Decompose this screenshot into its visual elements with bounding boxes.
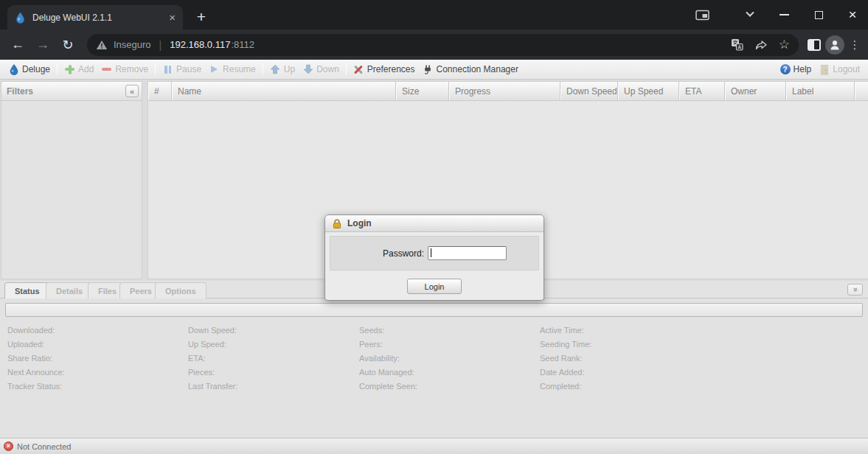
column-header-eta[interactable]: ETA bbox=[679, 82, 725, 100]
torrent-progress-bar bbox=[5, 303, 863, 317]
resume-button[interactable]: Resume bbox=[205, 61, 260, 77]
maximize-button[interactable] bbox=[808, 0, 829, 29]
label-seeding-time: Seeding Time: bbox=[540, 338, 591, 352]
share-icon[interactable] bbox=[754, 39, 768, 50]
preferences-button[interactable]: Preferences bbox=[350, 61, 419, 77]
column-header-name[interactable]: Name bbox=[172, 82, 396, 100]
label-date-added: Date Added: bbox=[540, 366, 591, 380]
not-connected-icon: × bbox=[4, 441, 13, 451]
address-bar[interactable]: Inseguro | 192.168.0.117 :8112 ☆ bbox=[87, 34, 799, 56]
toolbar-separator bbox=[263, 63, 263, 75]
collapse-filters-button[interactable]: « bbox=[125, 85, 139, 97]
plug-icon bbox=[423, 64, 434, 75]
address-port: :8112 bbox=[231, 39, 254, 50]
label-auto-managed: Auto Managed: bbox=[359, 366, 417, 380]
column-header-filler bbox=[855, 82, 868, 100]
browser-menu-icon[interactable]: ⋮ bbox=[849, 38, 861, 52]
window-close-button[interactable]: × bbox=[842, 0, 863, 29]
deluge-logo-icon bbox=[8, 64, 19, 75]
label-down-speed: Down Speed: bbox=[188, 324, 237, 338]
label-availability: Availability: bbox=[359, 352, 417, 366]
label-eta: ETA: bbox=[188, 352, 237, 366]
filters-header: Filters « bbox=[1, 82, 142, 101]
browser-tab[interactable]: Deluge WebUI 2.1.1 × bbox=[7, 5, 183, 29]
forward-button[interactable]: → bbox=[32, 35, 53, 55]
tab-preview-icon[interactable] bbox=[692, 0, 714, 29]
tab-details[interactable]: Details bbox=[46, 282, 93, 298]
label-tracker-status: Tracker Status: bbox=[7, 380, 65, 394]
help-icon: ? bbox=[780, 64, 791, 74]
bookmark-star-icon[interactable]: ☆ bbox=[779, 37, 790, 52]
tab-status[interactable]: Status bbox=[4, 282, 50, 298]
security-label: Inseguro bbox=[114, 39, 151, 50]
column-header-up-speed[interactable]: Up Speed bbox=[618, 82, 679, 100]
preferences-icon bbox=[353, 64, 364, 75]
label-completed: Completed: bbox=[540, 380, 591, 394]
status-labels-col3: Seeds: Peers: Availability: Auto Managed… bbox=[359, 324, 417, 394]
tab-options[interactable]: Options bbox=[155, 282, 206, 298]
label-pieces: Pieces: bbox=[188, 366, 237, 380]
label-peers: Peers: bbox=[359, 338, 417, 352]
column-header-progress[interactable]: Progress bbox=[449, 82, 560, 100]
column-header-label[interactable]: Label bbox=[786, 82, 855, 100]
remove-torrent-button[interactable]: Remove bbox=[97, 61, 152, 77]
label-active-time: Active Time: bbox=[540, 324, 591, 338]
text-caret bbox=[431, 248, 431, 257]
lock-icon bbox=[332, 218, 342, 229]
password-input[interactable] bbox=[428, 246, 507, 260]
login-button[interactable]: Login bbox=[407, 279, 462, 294]
status-labels-col1: Downloaded: Uploaded: Share Ratio: Next … bbox=[7, 324, 65, 394]
label-uploaded: Uploaded: bbox=[7, 338, 65, 352]
add-icon bbox=[64, 64, 75, 75]
add-torrent-button[interactable]: Add bbox=[60, 61, 97, 77]
login-dialog-title: Login bbox=[347, 218, 372, 228]
down-arrow-icon bbox=[302, 64, 313, 75]
queue-up-button[interactable]: Up bbox=[266, 61, 299, 77]
browser-toolbar: ← → ↻ Inseguro | 192.168.0.117 :8112 ☆ ⋮ bbox=[0, 29, 868, 60]
login-dialog-titlebar[interactable]: Login bbox=[325, 215, 544, 232]
minimize-button[interactable] bbox=[774, 0, 794, 29]
browser-tab-strip: Deluge WebUI 2.1.1 × + × bbox=[0, 0, 868, 29]
translate-icon[interactable] bbox=[731, 38, 743, 51]
tab-close-icon[interactable]: × bbox=[169, 12, 176, 23]
resume-icon bbox=[209, 64, 220, 75]
detail-panel: Status Details Files Peers Options « Dow… bbox=[0, 281, 868, 438]
password-label: Password: bbox=[383, 248, 424, 259]
connection-manager-button[interactable]: Connection Manager bbox=[419, 61, 522, 77]
connection-status-bar: × Not Connected bbox=[0, 438, 868, 454]
connection-status-text[interactable]: Not Connected bbox=[17, 442, 71, 451]
label-seeds: Seeds: bbox=[359, 324, 417, 338]
back-button[interactable]: ← bbox=[7, 35, 28, 55]
login-form: Password: bbox=[330, 236, 539, 270]
help-button[interactable]: ? Help bbox=[777, 61, 816, 77]
insecure-warning-icon bbox=[96, 40, 108, 50]
up-arrow-icon bbox=[270, 64, 281, 75]
label-share-ratio: Share Ratio: bbox=[7, 352, 65, 366]
address-divider: | bbox=[157, 39, 164, 51]
reload-button[interactable]: ↻ bbox=[58, 35, 78, 55]
column-header-size[interactable]: Size bbox=[396, 82, 449, 100]
remove-icon bbox=[101, 64, 112, 75]
label-last-transfer: Last Transfer: bbox=[188, 380, 237, 394]
status-labels-col4: Active Time: Seeding Time: Seed Rank: Da… bbox=[540, 324, 591, 394]
deluge-favicon-icon bbox=[15, 12, 26, 24]
tab-search-chevron-icon[interactable] bbox=[740, 0, 760, 29]
label-seed-rank: Seed Rank: bbox=[540, 352, 591, 366]
side-panel-icon[interactable] bbox=[808, 39, 821, 51]
profile-avatar[interactable] bbox=[825, 35, 844, 55]
collapse-panel-button[interactable]: « bbox=[847, 284, 863, 296]
column-header-owner[interactable]: Owner bbox=[725, 82, 786, 100]
column-header-number[interactable]: # bbox=[148, 82, 172, 100]
toolbar-separator bbox=[155, 63, 156, 75]
queue-down-button[interactable]: Down bbox=[299, 61, 343, 77]
new-tab-button[interactable]: + bbox=[190, 6, 212, 28]
tab-title: Deluge WebUI 2.1.1 bbox=[32, 13, 162, 23]
pause-button[interactable]: Pause bbox=[159, 61, 205, 77]
logout-button[interactable]: Logout bbox=[815, 61, 864, 77]
login-dialog: Login Password: Login bbox=[324, 214, 544, 301]
toolbar-separator bbox=[57, 63, 58, 75]
column-header-down-speed[interactable]: Down Speed bbox=[560, 82, 618, 100]
address-host: 192.168.0.117 bbox=[170, 39, 230, 50]
deluge-menu-button[interactable]: Deluge bbox=[4, 61, 54, 77]
pause-icon bbox=[162, 64, 173, 75]
